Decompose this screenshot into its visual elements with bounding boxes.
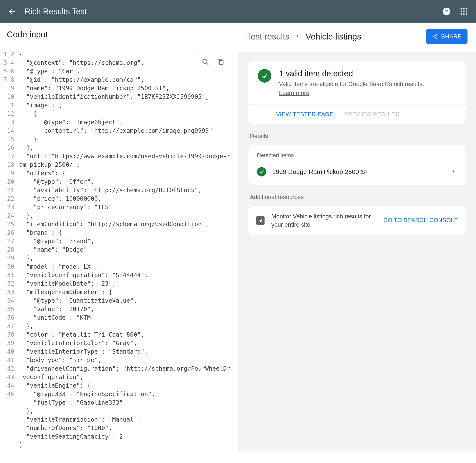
svg-point-16 bbox=[436, 38, 437, 39]
svg-point-7 bbox=[466, 11, 467, 12]
results-header: Test results Vehicle listings SHARE bbox=[238, 23, 476, 52]
detected-item-name: 1999 Dodge Ram Pickup 2500 ST bbox=[272, 168, 444, 175]
svg-rect-13 bbox=[219, 61, 223, 64]
svg-rect-17 bbox=[259, 221, 259, 222]
chevron-right-icon bbox=[294, 33, 300, 40]
svg-point-2 bbox=[460, 8, 462, 9]
help-icon[interactable]: ? bbox=[442, 7, 451, 16]
svg-point-15 bbox=[432, 36, 434, 37]
svg-point-3 bbox=[463, 8, 465, 9]
code-content[interactable]: { "@context": "https://schema.org", "@ty… bbox=[18, 48, 238, 452]
svg-text:?: ? bbox=[445, 9, 448, 14]
svg-point-14 bbox=[436, 34, 437, 36]
detected-items-card: Detected items 1999 Dodge Ram Pickup 250… bbox=[248, 145, 466, 185]
additional-resources-label: Additional resources bbox=[250, 194, 466, 200]
line-numbers: 1 2 3 4 5 6 7 8 9 10 11 12 13 14 15 16 1… bbox=[0, 48, 18, 452]
svg-point-4 bbox=[466, 8, 467, 9]
check-icon bbox=[258, 69, 271, 83]
resource-text: Monitor Vehicle listings rich results fo… bbox=[271, 212, 376, 229]
preview-results-link: PREVIEW RESULTS bbox=[344, 111, 400, 118]
svg-point-9 bbox=[463, 13, 465, 15]
resource-card: Monitor Vehicle listings rich results fo… bbox=[248, 205, 466, 235]
svg-rect-18 bbox=[260, 220, 261, 222]
svg-point-11 bbox=[203, 59, 207, 63]
topbar: Rich Results Test ? bbox=[0, 0, 476, 23]
svg-point-5 bbox=[460, 11, 462, 12]
svg-point-8 bbox=[460, 13, 462, 15]
detected-item-row[interactable]: 1999 Dodge Ram Pickup 2500 ST bbox=[257, 165, 457, 181]
breadcrumb-leaf: Vehicle listings bbox=[306, 32, 361, 41]
search-icon[interactable] bbox=[202, 58, 209, 67]
copy-icon[interactable] bbox=[217, 58, 224, 67]
details-section-label: Details bbox=[250, 133, 466, 140]
result-subtext: Valid items are eligible for Google Sear… bbox=[279, 81, 424, 88]
svg-rect-19 bbox=[261, 219, 262, 222]
svg-point-10 bbox=[466, 13, 467, 15]
code-editor[interactable]: 1 2 3 4 5 6 7 8 9 10 11 12 13 14 15 16 1… bbox=[0, 48, 238, 452]
share-label: SHARE bbox=[441, 33, 462, 40]
view-tested-page-link[interactable]: VIEW TESTED PAGE bbox=[276, 111, 334, 118]
check-icon bbox=[257, 167, 266, 177]
apps-icon[interactable] bbox=[459, 7, 468, 16]
results-panel: Test results Vehicle listings SHARE 1 va… bbox=[238, 23, 476, 452]
go-to-search-console-link[interactable]: GO TO SEARCH CONSOLE bbox=[383, 216, 458, 224]
app-title: Rich Results Test bbox=[25, 7, 433, 16]
share-button[interactable]: SHARE bbox=[426, 29, 467, 44]
code-toolbar bbox=[196, 54, 230, 71]
chevron-down-icon[interactable] bbox=[450, 168, 457, 176]
svg-point-6 bbox=[463, 11, 465, 12]
result-headline: 1 valid item detected bbox=[279, 69, 424, 78]
learn-more-link[interactable]: Learn more bbox=[279, 90, 309, 96]
back-icon[interactable] bbox=[8, 7, 16, 16]
code-panel: Code input 1 2 3 4 5 6 7 8 9 10 11 12 13… bbox=[0, 23, 238, 452]
detected-items-heading: Detected items bbox=[257, 152, 457, 159]
breadcrumb-root[interactable]: Test results bbox=[247, 32, 289, 41]
svg-line-12 bbox=[206, 63, 208, 65]
result-card: 1 valid item detected Valid items are el… bbox=[248, 61, 466, 124]
analytics-icon bbox=[256, 216, 264, 225]
code-panel-title: Code input bbox=[0, 23, 238, 48]
